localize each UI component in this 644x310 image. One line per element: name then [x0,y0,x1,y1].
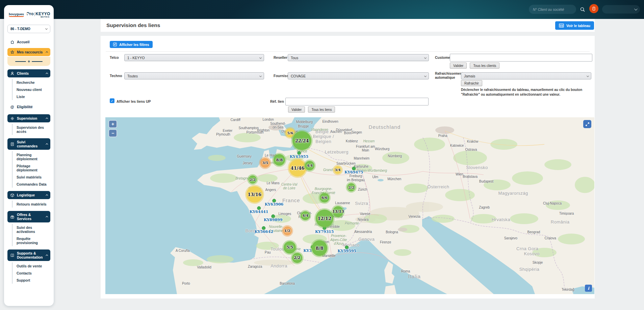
map-cluster-marker[interactable]: 13/13 [333,206,343,217]
divider [15,61,26,62]
map-link-label: KY45955 [290,154,308,159]
sidebar-item-offres-services[interactable]: Offres & Services [7,211,50,222]
map-cluster-marker[interactable]: 2/2 [292,253,302,263]
sidebar-subitem-planning-d-ploiement[interactable]: Planning déploiement [17,151,50,162]
sidebar-sublist: Retours matériels [12,200,50,208]
techno-select[interactable]: Toutes [124,72,264,79]
refresh-select[interactable]: Jamais [461,72,591,79]
sidebar-item-accueil[interactable]: Accueil [7,38,50,46]
map-link-label: KY89899 [264,218,282,222]
sidebar-sublist: RechercheNouveau clientListe [12,79,50,100]
sidebar-subitem-commandes-data[interactable]: Commandes Data [17,181,50,188]
customer-valider-button[interactable]: Valider [450,63,467,69]
sidebar-item-mes-raccourcis[interactable]: Mes raccourcis [7,48,50,56]
map-cluster-marker[interactable]: 13/16 [247,186,263,202]
supervision-map[interactable]: LondonSouthend- on-SeaBrightonSouthampto… [105,117,594,294]
map-cluster-marker[interactable]: 2/2 [347,183,355,191]
map-cluster-marker[interactable]: 1/2 [283,226,292,235]
map-cluster-marker[interactable]: 4/4 [301,211,310,220]
show-links-up-label: Afficher les liens UP [117,99,151,103]
map-link-marker[interactable]: KY89899 [264,214,282,222]
user-icon [10,71,15,76]
map-cluster-marker[interactable]: 2/2 [249,175,257,184]
brand-logo: bouygues Pro|KEYYO METRIS [7,10,50,21]
map-cluster-marker[interactable]: 8/8 [274,154,285,166]
search-icon[interactable] [579,6,586,13]
map-cluster-marker[interactable]: 8/8 [312,240,327,256]
chevron-up-icon [46,254,48,257]
map-cluster-marker[interactable]: 4/4 [305,161,314,170]
ref-lien-label: Réf. lien [270,99,284,103]
map-link-marker[interactable]: KY59595 [338,245,356,253]
reseller-label: Reseller [274,55,287,59]
customer-input[interactable] [450,54,592,62]
sidebar-subitem-contacts[interactable]: Contacts [17,269,50,277]
sidebar-item-logistique[interactable]: Logistique [7,191,50,199]
map-zoom-out-button[interactable]: − [108,129,117,137]
sidebar-subitem-outils-de-vente[interactable]: Outils de vente [17,262,50,269]
map-cluster-marker[interactable]: 41/46 [289,160,306,176]
map-link-marker[interactable]: KY63906 [265,199,283,207]
tous-les-clients-button[interactable]: Tous les clients [470,63,499,69]
table-icon [559,23,564,28]
map-cluster-marker[interactable]: 12/12 [316,210,333,227]
page-title: Supervision des liens [106,22,160,28]
chevron-up-icon [46,117,48,120]
sidebar-item-clients[interactable]: Clients [7,69,50,77]
map-cluster-marker[interactable]: 6/6 [320,193,329,202]
fournisseur-select[interactable]: COVAGE [288,72,429,79]
sidebar-item-label: Accueil [17,40,48,44]
sidebar-subitem-nouveau-client[interactable]: Nouveau client [17,86,50,93]
user-avatar-button[interactable] [589,4,598,13]
client-search-field[interactable] [529,5,576,14]
show-filters-button[interactable]: ✓ Afficher les filtres [110,41,153,48]
user-menu-dropdown[interactable] [602,5,640,14]
shortcuts-add-bar[interactable]: + [7,57,50,66]
sidebar-subitem-retours-mat-riels[interactable]: Retours matériels [17,200,50,208]
clipboard-badge-icon [592,6,596,11]
map-zoom-in-button[interactable]: + [108,120,117,128]
sidebar-item-supports-documentation[interactable]: Supports & Documentation [7,249,50,261]
organization-value: 86 - T-DEMO [10,27,30,31]
chevron-down-icon [424,56,427,59]
organization-selector[interactable]: 86 - T-DEMO [7,25,50,33]
logo-subtitle: METRIS [41,16,50,18]
ref-valider-button[interactable]: Valider [288,106,305,113]
chevron-up-icon [46,194,48,196]
sidebar-item-eligibilit-[interactable]: @Eligibilité [7,103,50,111]
ref-lien-input[interactable] [285,98,429,105]
map-cluster-marker[interactable]: 3/4 [334,166,341,174]
map-cluster-marker[interactable]: 3/5 [260,158,270,168]
sidebar-subitem-supervision-des-acc-s[interactable]: Supervision des accès [17,124,50,135]
sidebar-subitem-liste[interactable]: Liste [17,93,50,100]
sidebar-item-suivi-commandes[interactable]: Suivi commandes [7,138,50,150]
map-cluster-marker[interactable]: 5/5 [284,241,296,254]
view-table-button[interactable]: Voir le tableau [555,21,594,30]
map-link-marker[interactable]: KY79315 [315,226,334,234]
sidebar-subitem-recherche[interactable]: Recherche [17,79,50,86]
map-link-marker[interactable]: KY56642 [254,226,273,234]
reseller-select[interactable]: Tous [288,54,429,61]
sidebar-subitem-pilotage-d-ploiement[interactable]: Pilotage déploiement [17,162,50,173]
sidebar-subitem-suivi-mat-riels[interactable]: Suivi matériels [17,173,50,181]
techno-label: Techno [110,74,122,78]
sidebar-subitem-requ-te-provisioning[interactable]: Requête provisioning [17,235,50,246]
map-expand-button[interactable] [583,120,591,128]
client-search-input[interactable] [533,7,572,11]
map-link-label: KY79315 [315,230,334,234]
map-link-marker[interactable]: KY69475 [344,167,363,174]
telco-select[interactable]: 1 - KEYYO [124,54,264,61]
chevron-down-icon [45,27,48,30]
sidebar-subitem-support[interactable]: Support [17,277,50,284]
show-links-up-checkbox[interactable]: ✓ [110,98,114,103]
sidebar-item-label: Offres & Services [17,213,44,221]
map-attribution-button[interactable]: i [585,285,592,292]
rafraichir-button[interactable]: Rafraichir [461,80,482,86]
tous-les-liens-button[interactable]: Tous les liens [308,106,335,113]
map-link-label: KY56642 [254,230,273,234]
sidebar-item-supervision[interactable]: Supervision [7,114,50,122]
map-cluster-marker[interactable]: 22/24 [292,131,311,150]
sidebar-subitem-suivi-des-activations[interactable]: Suivi des activations [17,224,50,235]
map-link-marker[interactable]: KY64441 [250,206,268,214]
map-link-marker[interactable]: KY45955 [290,151,308,159]
